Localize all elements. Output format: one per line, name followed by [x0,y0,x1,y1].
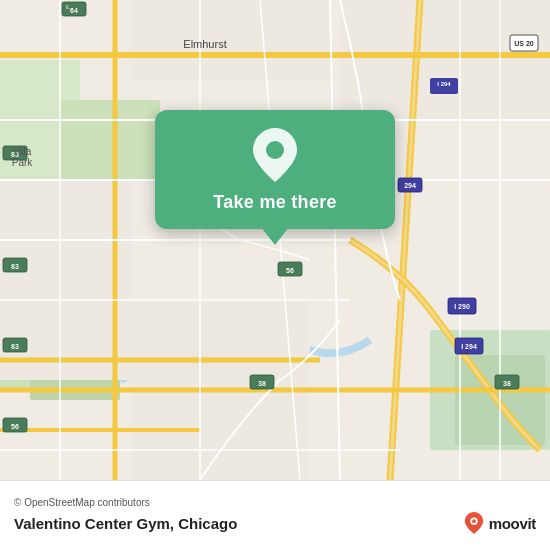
location-row: Valentino Center Gym, Chicago moovit [14,512,536,534]
svg-point-59 [266,141,284,159]
svg-text:38: 38 [258,380,266,387]
svg-text:56: 56 [11,423,19,430]
svg-text:IL: IL [66,4,70,10]
svg-text:83: 83 [11,263,19,270]
svg-text:Park: Park [12,157,34,168]
svg-text:294: 294 [404,182,416,189]
location-name: Valentino Center Gym, Chicago [14,515,237,532]
svg-text:38: 38 [503,380,511,387]
location-pin-icon [248,128,302,182]
svg-text:Elmhurst: Elmhurst [183,38,226,50]
moovit-text: moovit [489,515,536,532]
svg-rect-8 [340,0,550,120]
bottom-bar: © OpenStreetMap contributors Valentino C… [0,480,550,550]
svg-text:64: 64 [70,7,78,14]
svg-text:56: 56 [286,267,294,274]
svg-text:US 20: US 20 [514,40,534,47]
map-container: 64 IL US 20 I 294 294 I 294 I 290 83 83 … [0,0,550,480]
popup-card: Take me there [155,110,395,229]
svg-text:Villa: Villa [13,146,32,157]
svg-text:I 294: I 294 [437,81,451,87]
moovit-logo-icon: moovit [463,512,536,534]
svg-rect-7 [130,0,330,80]
svg-rect-2 [60,100,160,180]
svg-point-61 [472,519,476,523]
svg-text:I 294: I 294 [461,343,477,350]
svg-text:83: 83 [11,343,19,350]
attribution-text: © OpenStreetMap contributors [14,497,536,508]
svg-text:I 290: I 290 [454,303,470,310]
take-me-there-button[interactable]: Take me there [213,192,337,213]
